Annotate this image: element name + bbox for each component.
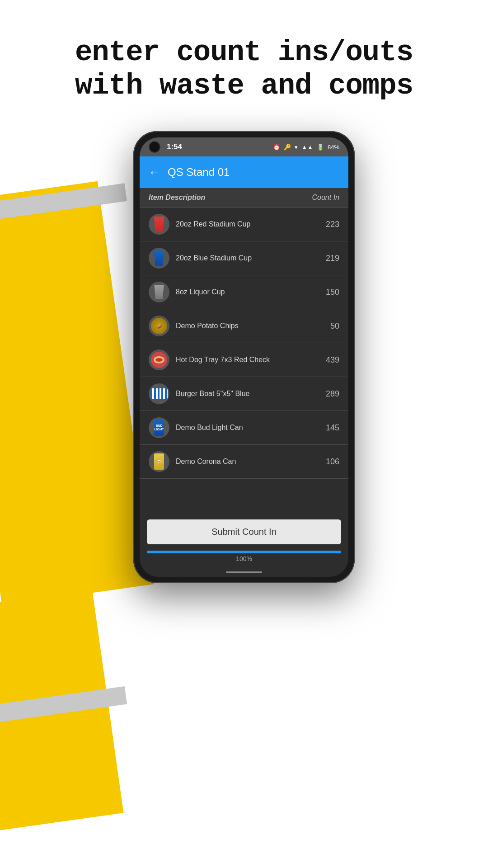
item-icon-corona: 🍺 xyxy=(149,451,169,472)
app-title: QS Stand 01 xyxy=(168,166,230,179)
list-item[interactable]: 🍺 Demo Corona Can 106 xyxy=(140,445,348,479)
item-name: Hot Dog Tray 7x3 Red Check xyxy=(176,355,310,365)
battery-percent: 84% xyxy=(328,144,339,151)
status-icons: ⏰ 🔑 ▾ ▲▲ 🔋 84% xyxy=(273,144,339,151)
red-cup-icon xyxy=(153,217,165,232)
item-count: 145 xyxy=(317,423,339,433)
list-item[interactable]: 8oz Liquor Cup 150 xyxy=(140,275,348,309)
item-icon-chips: 🥔 xyxy=(149,316,169,336)
bg-decoration-yellow-top xyxy=(0,181,154,606)
signal-icon: ▲▲ xyxy=(301,144,313,151)
progress-bar-fill xyxy=(147,551,341,553)
status-time: 1:54 xyxy=(167,142,182,151)
bud-light-icon: BUDLIGHT xyxy=(154,420,164,436)
item-name: Demo Corona Can xyxy=(176,457,310,467)
item-icon-hotdog xyxy=(149,349,169,370)
column-count-in: Count In xyxy=(312,193,339,202)
item-icon-blue-cup xyxy=(149,248,169,269)
hotdog-icon xyxy=(151,352,167,368)
list-item[interactable]: Hot Dog Tray 7x3 Red Check 439 xyxy=(140,343,348,377)
battery-icon: 🔋 xyxy=(317,144,324,151)
item-count: 150 xyxy=(317,288,339,297)
item-name: 20oz Red Stadium Cup xyxy=(176,220,310,229)
bottom-section: Submit Count In xyxy=(140,515,348,547)
app-header: ← QS Stand 01 xyxy=(140,156,348,188)
blue-cup-icon xyxy=(153,250,165,266)
item-name: Demo Bud Light Can xyxy=(176,423,310,433)
item-icon-red-cup xyxy=(149,214,169,235)
clear-cup-icon xyxy=(153,285,165,299)
table-header: Item Description Count In xyxy=(140,188,348,208)
item-icon-burger-boat xyxy=(149,383,169,404)
progress-section: 100% xyxy=(140,547,348,564)
phone-screen: 1:54 ⏰ 🔑 ▾ ▲▲ 🔋 84% ← QS Stand 01 xyxy=(140,137,348,577)
list-item[interactable]: 20oz Blue Stadium Cup 219 xyxy=(140,241,348,275)
item-count: 439 xyxy=(317,355,339,365)
status-bar: 1:54 ⏰ 🔑 ▾ ▲▲ 🔋 84% xyxy=(140,137,348,156)
list-item[interactable]: Burger Boat 5"x5" Blue 289 xyxy=(140,377,348,411)
headline-line2: with waste and comps xyxy=(27,70,461,103)
home-bar xyxy=(226,571,262,573)
screen-content: ← QS Stand 01 Item Description Count In xyxy=(140,156,348,577)
svg-point-1 xyxy=(155,358,163,362)
corona-icon: 🍺 xyxy=(154,453,164,470)
phone-frame: 1:54 ⏰ 🔑 ▾ ▲▲ 🔋 84% ← QS Stand 01 xyxy=(133,131,355,583)
submit-count-in-button[interactable]: Submit Count In xyxy=(147,519,341,544)
list-item[interactable]: 🥔 Demo Potato Chips 50 xyxy=(140,309,348,343)
headline-line1: enter count ins/outs xyxy=(27,36,461,70)
item-count: 219 xyxy=(317,254,339,263)
item-icon-bud-light: BUDLIGHT xyxy=(149,417,169,438)
alarm-icon: ⏰ xyxy=(273,144,280,151)
progress-bar-background xyxy=(147,551,341,553)
item-name: 8oz Liquor Cup xyxy=(176,288,310,297)
progress-label: 100% xyxy=(147,555,341,562)
item-count: 289 xyxy=(317,389,339,399)
key-icon: 🔑 xyxy=(284,144,291,151)
chips-icon: 🥔 xyxy=(151,318,167,334)
back-button[interactable]: ← xyxy=(149,165,160,179)
burger-boat-icon xyxy=(150,388,168,399)
phone-device: 1:54 ⏰ 🔑 ▾ ▲▲ 🔋 84% ← QS Stand 01 xyxy=(133,131,355,583)
list-item[interactable]: 20oz Red Stadium Cup 223 xyxy=(140,208,348,241)
wifi-icon: ▾ xyxy=(295,144,298,151)
item-icon-clear-cup xyxy=(149,282,169,302)
item-list: 20oz Red Stadium Cup 223 20oz Blue Stadi… xyxy=(140,208,348,515)
item-count: 50 xyxy=(317,321,339,331)
item-count: 223 xyxy=(317,220,339,229)
item-name: Burger Boat 5"x5" Blue xyxy=(176,389,310,399)
item-count: 106 xyxy=(317,457,339,467)
list-item[interactable]: BUDLIGHT Demo Bud Light Can 145 xyxy=(140,411,348,445)
home-indicator xyxy=(140,564,348,577)
item-name: Demo Potato Chips xyxy=(176,321,310,331)
item-name: 20oz Blue Stadium Cup xyxy=(176,254,310,263)
column-item-description: Item Description xyxy=(149,193,205,202)
headline: enter count ins/outs with waste and comp… xyxy=(0,36,488,103)
camera-cutout xyxy=(149,141,160,153)
